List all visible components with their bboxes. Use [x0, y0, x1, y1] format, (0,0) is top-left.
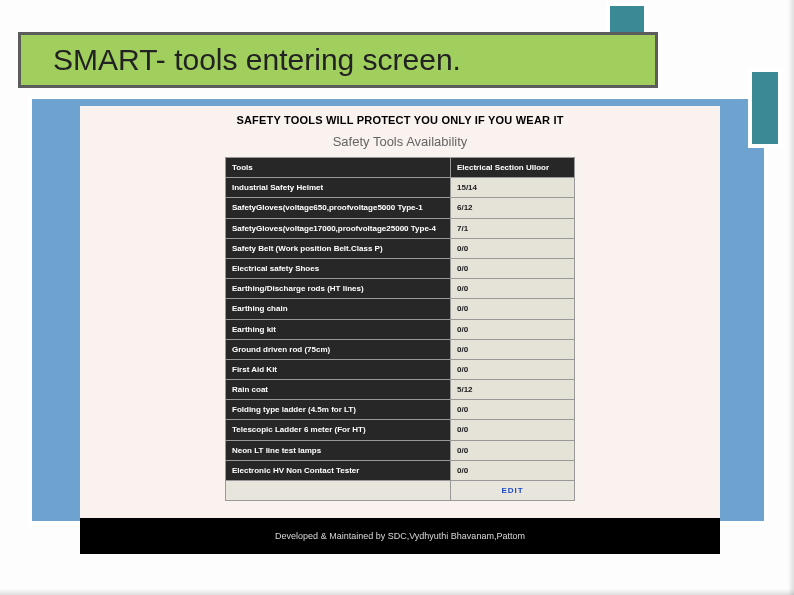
- tool-value: 15/14: [451, 178, 574, 197]
- table-row: Industrial Safety Helmet 15/14: [226, 178, 574, 198]
- tool-name: Earthing chain: [226, 299, 451, 318]
- table-row: Neon LT line test lamps 0/0: [226, 441, 574, 461]
- edit-spacer: [226, 481, 451, 500]
- table-header-row: Tools Electrical Section Ulloor: [226, 158, 574, 178]
- tool-name: Telescopic Ladder 6 meter (For HT): [226, 420, 451, 439]
- tool-value: 0/0: [451, 420, 574, 439]
- tool-name: Folding type ladder (4.5m for LT): [226, 400, 451, 419]
- header-tools: Tools: [226, 158, 451, 177]
- tools-table: Tools Electrical Section Ulloor Industri…: [225, 157, 575, 501]
- tool-value: 0/0: [451, 279, 574, 298]
- tool-value: 0/0: [451, 360, 574, 379]
- tool-name: First Aid Kit: [226, 360, 451, 379]
- tool-value: 0/0: [451, 461, 574, 480]
- tool-name: SafetyGloves(voltage17000,proofvoltage25…: [226, 219, 451, 238]
- table-row: Folding type ladder (4.5m for LT) 0/0: [226, 400, 574, 420]
- edit-button[interactable]: EDIT: [451, 481, 574, 500]
- tool-value: 0/0: [451, 340, 574, 359]
- table-row: First Aid Kit 0/0: [226, 360, 574, 380]
- tool-name: Earthing/Discharge rods (HT lines): [226, 279, 451, 298]
- tool-value: 0/0: [451, 259, 574, 278]
- table-row: Electronic HV Non Contact Tester 0/0: [226, 461, 574, 481]
- tool-name: Ground driven rod (75cm): [226, 340, 451, 359]
- table-row: SafetyGloves(voltage650,proofvoltage5000…: [226, 198, 574, 218]
- footer: Developed & Maintained by SDC,Vydhyuthi …: [80, 518, 720, 554]
- edit-row: EDIT: [226, 481, 574, 500]
- slide-shadow-bottom: [0, 589, 794, 595]
- table-row: Earthing/Discharge rods (HT lines) 0/0: [226, 279, 574, 299]
- tool-value: 0/0: [451, 299, 574, 318]
- table-row: Rain coat 5/12: [226, 380, 574, 400]
- table-row: Ground driven rod (75cm) 0/0: [226, 340, 574, 360]
- tool-name: Rain coat: [226, 380, 451, 399]
- table-heading: Safety Tools Availability: [80, 134, 720, 149]
- tool-name: Electrical safety Shoes: [226, 259, 451, 278]
- header-section: Electrical Section Ulloor: [451, 158, 574, 177]
- table-row: Telescopic Ladder 6 meter (For HT) 0/0: [226, 420, 574, 440]
- tool-value: 0/0: [451, 320, 574, 339]
- table-row: SafetyGloves(voltage17000,proofvoltage25…: [226, 219, 574, 239]
- tool-value: 0/0: [451, 239, 574, 258]
- tool-name: Electronic HV Non Contact Tester: [226, 461, 451, 480]
- tool-value: 0/0: [451, 441, 574, 460]
- tool-name: Industrial Safety Helmet: [226, 178, 451, 197]
- slide-shadow-right: [788, 0, 794, 595]
- table-row: Electrical safety Shoes 0/0: [226, 259, 574, 279]
- tool-value: 7/1: [451, 219, 574, 238]
- slide-title: SMART- tools entering screen.: [21, 43, 461, 77]
- tool-name: SafetyGloves(voltage650,proofvoltage5000…: [226, 198, 451, 217]
- deco-teal-right: [748, 68, 782, 148]
- tool-value: 0/0: [451, 400, 574, 419]
- table-row: Earthing chain 0/0: [226, 299, 574, 319]
- safety-banner: SAFETY TOOLS WILL PROTECT YOU ONLY IF YO…: [80, 114, 720, 126]
- table-row: Earthing kit 0/0: [226, 320, 574, 340]
- footer-text: Developed & Maintained by SDC,Vydhyuthi …: [275, 531, 525, 541]
- screen-panel: SAFETY TOOLS WILL PROTECT YOU ONLY IF YO…: [80, 106, 720, 518]
- tool-value: 5/12: [451, 380, 574, 399]
- table-row: Safety Belt (Work position Belt.Class P)…: [226, 239, 574, 259]
- tool-name: Earthing kit: [226, 320, 451, 339]
- title-box: SMART- tools entering screen.: [18, 32, 658, 88]
- tool-value: 6/12: [451, 198, 574, 217]
- tool-name: Neon LT line test lamps: [226, 441, 451, 460]
- tool-name: Safety Belt (Work position Belt.Class P): [226, 239, 451, 258]
